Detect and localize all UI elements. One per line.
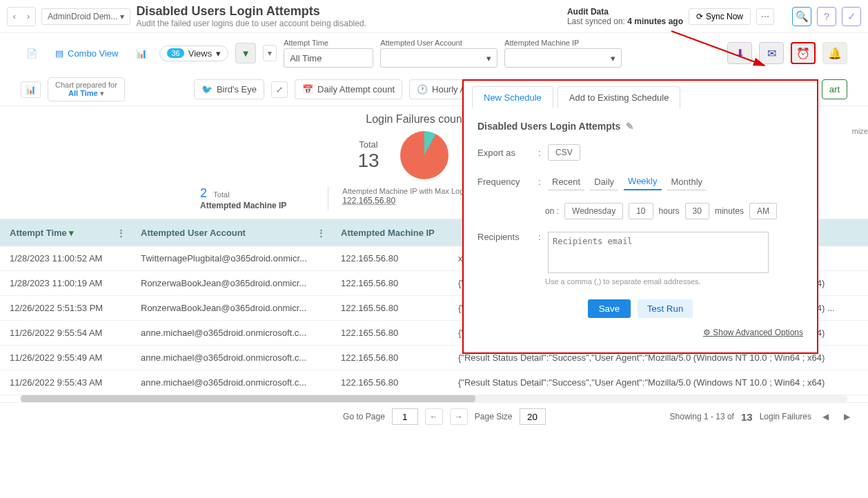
customize-button[interactable]: mize [852,127,868,135]
help-icon: ? [824,10,829,22]
recipients-hint: Use a comma (,) to separate email addres… [545,277,803,286]
goto-label: Go to Page [343,412,385,421]
max-ip-link[interactable]: 122.165.56.80 [342,196,395,206]
page-prev[interactable]: ← [425,408,443,425]
table-cell: anne.michael@o365droid.onmicrosoft.c... [131,321,331,346]
refresh-icon: ⟳ [696,12,703,21]
table-cell: 1/28/2023 11:00:19 AM [0,271,131,296]
check-icon: ✓ [847,10,856,23]
table-cell: 122.165.56.80 [331,296,448,321]
chart-prepared-for[interactable]: Chart prepared for All Time ▾ [48,77,125,101]
test-run-button[interactable]: Test Run [638,299,693,318]
attempt-time-filter[interactable]: All Time [284,48,373,68]
combo-view-button[interactable]: ▤Combo View [50,46,124,61]
freq-monthly[interactable]: Monthly [667,174,707,190]
table-cell: 11/26/2022 9:55:49 AM [0,346,131,370]
table-cell: 1/28/2023 11:00:52 AM [0,246,131,271]
advanced-options-link[interactable]: Show Advanced Options [713,328,803,337]
sync-now-button[interactable]: ⟳ Sync Now [689,8,751,25]
table-cell: 122.165.56.80 [331,271,448,296]
pencil-icon[interactable]: ✎ [626,121,634,132]
callout-arrow [668,28,778,76]
check-button[interactable]: ✓ [842,7,861,26]
pager-next[interactable]: ▶ [840,409,854,424]
breadcrumb-text: AdminDroid Dem... [48,12,117,21]
pagesize-input[interactable] [520,408,546,425]
chartonly-button[interactable]: 📊 [130,46,152,61]
user-account-label: Attempted User Account [380,39,497,47]
table-cell: 122.165.56.80 [331,321,448,346]
horizontal-scrollbar[interactable] [21,395,847,402]
birds-eye-tab[interactable]: 🐦Bird's Eye [194,79,264,99]
chart-toggle-button[interactable]: art [822,79,847,99]
schedule-modal: New Schedule Add to Existing Schedule Di… [462,79,818,354]
filter-button[interactable]: ▼ [235,43,256,63]
help-button[interactable]: ? [817,7,836,26]
table-cell: 122.165.56.80 [331,346,448,370]
recipients-label: Recipients [477,232,533,242]
day-select[interactable]: Wednesday [564,203,623,219]
col-user[interactable]: Attempted User Account⋮ [131,219,331,246]
alert-button[interactable]: 🔔 [822,42,847,64]
freq-weekly[interactable]: Weekly [624,173,661,190]
save-button[interactable]: Save [588,299,631,318]
recipients-input[interactable] [548,232,769,273]
pager-prev[interactable]: ◀ [818,409,833,424]
freq-daily[interactable]: Daily [590,174,618,190]
machine-ip-label: Attempted Machine IP [504,39,622,47]
freq-recent[interactable]: Recent [548,174,584,190]
mins-input[interactable]: 30 [685,203,709,219]
chevron-down-icon: ▾ [216,48,221,59]
col-attempt-time[interactable]: Attempt Time ▾⋮ [0,219,131,246]
expand-icon-button[interactable]: ⤢ [271,81,288,98]
frequency-label: Frequency [477,177,533,187]
table-cell: anne.michael@o365droid.onmicrosoft.c... [131,346,331,370]
bell-icon: 🔔 [828,47,842,60]
nav-back-button[interactable]: ‹ [8,8,21,26]
calendar-icon: 📅 [302,84,313,94]
pagesize-label: Page Size [475,412,513,421]
col-ip[interactable]: Attempted Machine IP [331,219,448,246]
clock-icon: 🕐 [417,84,428,94]
schedule-button[interactable]: ⏰ [791,42,816,64]
table-cell: 11/26/2022 9:55:54 AM [0,321,131,346]
page-subtitle: Audit the failed user logins due to user… [136,19,562,28]
tab-new-schedule[interactable]: New Schedule [472,86,553,108]
views-dropdown[interactable]: 36 Views ▾ [159,46,228,61]
table-cell: 11/26/2022 9:55:43 AM [0,370,131,395]
audit-info: Audit Data Last synced on: 4 minutes ago [567,7,683,26]
breadcrumb[interactable]: AdminDroid Dem... ▾ [41,8,130,25]
table-cell: 122.165.56.80 [331,370,448,395]
hours-input[interactable]: 10 [629,203,653,219]
page-input[interactable] [392,408,418,425]
table-cell: 122.165.56.80 [331,246,448,271]
user-account-filter[interactable]: ▾ [380,48,497,68]
daily-tab[interactable]: 📅Daily Attempt count [295,79,402,99]
table-cell: anne.michael@o365droid.onmicrosoft.c... [131,370,331,395]
ampm-select[interactable]: AM [749,203,777,219]
svg-line-0 [671,31,765,66]
chart-type-button[interactable]: 📊 [21,81,41,98]
export-as-label: Export as [477,148,533,158]
more-button[interactable]: ⋯ [756,8,774,25]
doc-icon: 📄 [26,48,37,59]
chevron-down-icon: ▾ [486,53,491,63]
doc-view-button[interactable]: 📄 [21,46,43,61]
funnel-icon: ▼ [241,48,250,59]
nav-fwd-button[interactable]: › [21,8,35,26]
page-title: Disabled Users Login Attempts [136,4,562,19]
total-block: Total 13 [357,139,379,172]
attempt-time-label: Attempt Time [284,39,373,47]
bars-icon: 📊 [136,48,147,59]
bird-icon: 🐦 [201,84,213,94]
table-cell: 12/26/2022 5:51:53 PM [0,296,131,321]
page-next[interactable]: → [450,408,468,425]
table-cell: RonzerwaBookJean@o365droid.onmicr... [131,271,331,296]
table-row[interactable]: 11/26/2022 9:55:43 AManne.michael@o365dr… [0,370,868,395]
schedule-title: Disabled Users Login Attempts [477,121,620,132]
filter-more-button[interactable]: ▾ [263,45,277,61]
machine-ip-filter[interactable]: ▾ [504,48,622,68]
search-button[interactable]: 🔍 [792,7,811,26]
export-format-select[interactable]: CSV [548,144,580,161]
tab-add-existing[interactable]: Add to Existing Schedule [558,86,681,108]
